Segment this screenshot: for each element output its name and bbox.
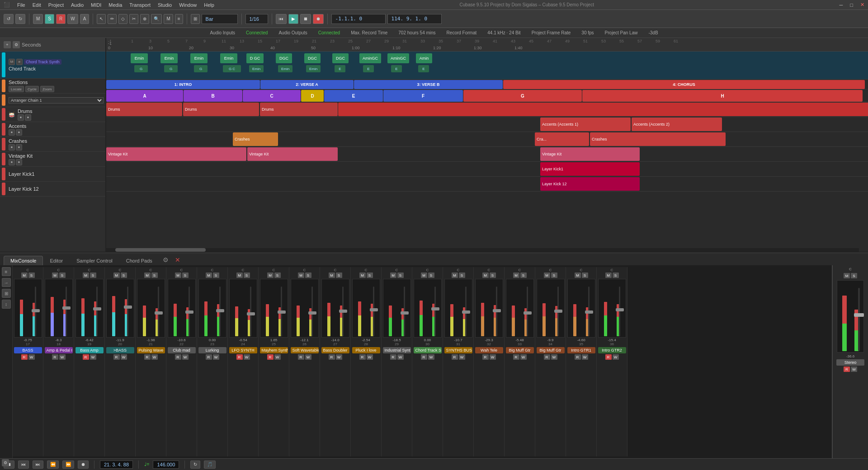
ch-w-18[interactable]: W [59, 354, 66, 360]
ch-w-31[interactable]: W [459, 354, 465, 360]
mix-console-settings-btn[interactable]: ⚙ [159, 254, 172, 265]
ch-mute-18[interactable]: M [52, 273, 58, 278]
arrange-timeline[interactable]: -1 0 10 20 30 40 50 1:00 1:10 1:20 1:30 … [106, 38, 868, 252]
chord-dgc-1[interactable]: D GC [246, 53, 264, 63]
chord-dgc-2[interactable]: DGC [276, 53, 292, 63]
chord-emin-4[interactable]: Emin [220, 53, 237, 63]
ch-fader-knob-18[interactable] [62, 306, 71, 310]
ch-solo-19[interactable]: S [90, 273, 96, 278]
h-scrollbar[interactable] [106, 248, 859, 252]
ch-w-24[interactable]: W [244, 354, 250, 360]
ch-solo-27[interactable]: S [336, 273, 342, 278]
ch-mute-21[interactable]: M [144, 273, 151, 278]
ch-mute-20[interactable]: M [113, 273, 120, 278]
mix-panel-btn-2[interactable]: → [2, 278, 11, 287]
ch-r-23[interactable]: R [206, 354, 212, 360]
chord-aminGC-2[interactable]: AminGC [387, 53, 409, 63]
vintage-clip-3[interactable]: Vintage Kit [540, 147, 640, 161]
tab-sampler-control[interactable]: Sampler Control [70, 256, 119, 265]
tool-glue[interactable]: ⊕ [140, 14, 149, 24]
ch-mute-19[interactable]: M [83, 273, 89, 278]
ch-solo-23[interactable]: S [213, 273, 219, 278]
ch-solo-17[interactable]: S [28, 273, 35, 278]
stop-btn[interactable]: ⏹ [300, 14, 311, 24]
ch-r-36[interactable]: R [605, 354, 612, 360]
mix-panel-btn-4[interactable]: ↕ [2, 300, 11, 309]
ch-fader-knob-23[interactable] [216, 309, 224, 312]
menu-help[interactable]: Help [204, 2, 214, 8]
ch-fader-knob-17[interactable] [32, 309, 40, 312]
ch-mute-22[interactable]: M [175, 273, 181, 278]
chord-amin-1[interactable]: Amin [416, 53, 432, 63]
master-mute[interactable]: M [844, 273, 850, 278]
chord-g-2[interactable]: G [164, 65, 178, 72]
tab-chord-pads[interactable]: Chord Pads [119, 256, 159, 265]
ch-r-29[interactable]: R [390, 354, 396, 360]
ch-solo-32[interactable]: S [490, 273, 496, 278]
chord-aminGC-1[interactable]: AminGC [359, 53, 381, 63]
ch-solo-29[interactable]: S [397, 273, 404, 278]
chord-dgc-4[interactable]: DGC [332, 53, 349, 63]
ch-mute-33[interactable]: M [513, 273, 519, 278]
ch-fader-knob-31[interactable] [462, 310, 470, 314]
ch-mute-28[interactable]: M [359, 273, 366, 278]
chord-emin-2[interactable]: Emin [160, 53, 178, 63]
crashes-solo[interactable]: ● [16, 144, 22, 150]
win-close[interactable]: ✕ [860, 2, 864, 8]
play-btn[interactable]: ▶ [288, 14, 298, 24]
arranger-chain-select[interactable]: Arranger Chain 1 [9, 97, 104, 103]
tool-erase[interactable]: ◇ [118, 14, 127, 24]
ch-r-31[interactable]: R [452, 354, 458, 360]
ch-r-26[interactable]: R [298, 354, 304, 360]
ch-w-20[interactable]: W [121, 354, 127, 360]
rewind-btn[interactable]: ⏮ [276, 14, 287, 24]
drums-clip-3[interactable]: Drums [260, 103, 338, 116]
chord-e-3[interactable]: E [391, 65, 402, 72]
arr-h[interactable]: H [582, 90, 863, 102]
chord-emin-3[interactable]: Emin [190, 53, 208, 63]
ch-w-28[interactable]: W [367, 354, 373, 360]
tool-pencil[interactable]: ✏ [108, 14, 117, 24]
snap-btn[interactable]: ⊞ [191, 14, 200, 24]
ch-r-35[interactable]: R [575, 354, 581, 360]
crashes-mute[interactable]: ● [9, 144, 15, 150]
ch-r-19[interactable]: R [83, 354, 89, 360]
win-maximize[interactable]: □ [850, 2, 853, 8]
ch-r-28[interactable]: R [359, 354, 366, 360]
menu-project[interactable]: Project [48, 2, 64, 8]
ch-w-34[interactable]: W [551, 354, 557, 360]
ch-solo-26[interactable]: S [305, 273, 311, 278]
ch-mute-35[interactable]: M [575, 273, 581, 278]
mode-a[interactable]: A [80, 14, 90, 24]
drums-solo[interactable]: ● [25, 114, 31, 121]
master-w[interactable]: W [851, 367, 857, 372]
ch-w-27[interactable]: W [336, 354, 342, 360]
tracklist-settings-btn[interactable]: ⚙ [13, 41, 20, 48]
drums-clip-1[interactable]: Drums [106, 103, 182, 116]
ch-fader-knob-35[interactable] [585, 310, 593, 314]
mode-w[interactable]: W [67, 14, 78, 24]
vintage-clip-1[interactable]: Vintage Kit [106, 147, 246, 161]
tab-editor[interactable]: Editor [43, 256, 70, 265]
ch-w-23[interactable]: W [213, 354, 219, 360]
menu-file[interactable]: File [17, 2, 25, 8]
ch-mute-24[interactable]: M [236, 273, 243, 278]
ch-solo-30[interactable]: S [428, 273, 434, 278]
menu-media[interactable]: Media [108, 2, 122, 8]
tab-mix-console[interactable]: MixConsole [4, 256, 43, 265]
mix-panel-btn-3[interactable]: ⊞ [2, 289, 11, 298]
ch-mute-36[interactable]: M [605, 273, 612, 278]
drums-clip-2[interactable]: Drums [183, 103, 259, 116]
accents-mute[interactable]: ● [9, 129, 15, 136]
sections-locate[interactable]: Locate [9, 86, 24, 92]
chord-g-3[interactable]: G [194, 65, 208, 72]
ch-fader-knob-33[interactable] [524, 311, 532, 315]
master-fader-knob[interactable] [854, 313, 864, 317]
vintage-mute[interactable]: ● [9, 159, 15, 165]
ch-fader-knob-20[interactable] [124, 306, 132, 309]
chord-e-1[interactable]: E [335, 65, 345, 72]
ch-solo-18[interactable]: S [59, 273, 66, 278]
accents-solo[interactable]: ● [16, 129, 22, 136]
ch-fader-knob-34[interactable] [554, 310, 562, 313]
crashes-clip-2[interactable]: Crashes [590, 132, 726, 146]
